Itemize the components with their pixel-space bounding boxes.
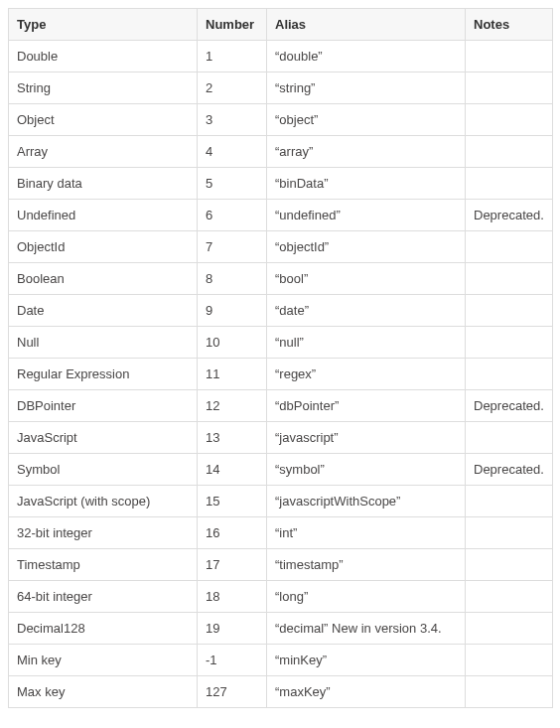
table-row: ObjectId7“objectId” [9, 231, 553, 263]
cell-notes [466, 136, 553, 168]
cell-type: Regular Expression [9, 359, 198, 390]
cell-number: 17 [198, 549, 267, 581]
cell-number: 14 [198, 454, 267, 486]
cell-notes [466, 581, 553, 613]
table-row: 64-bit integer18“long” [9, 581, 553, 613]
cell-type: Boolean [9, 263, 198, 295]
cell-type: Binary data [9, 168, 198, 200]
cell-alias: “symbol” [267, 454, 466, 486]
cell-alias: “objectId” [267, 231, 466, 263]
cell-alias: “object” [267, 104, 466, 136]
cell-number: 10 [198, 327, 267, 359]
cell-type: Array [9, 136, 198, 168]
cell-notes [466, 422, 553, 454]
table-header-row: Type Number Alias Notes [9, 9, 553, 41]
table-row: Undefined6“undefined”Deprecated. [9, 200, 553, 231]
table-row: Symbol14“symbol”Deprecated. [9, 454, 553, 486]
header-type: Type [9, 9, 198, 41]
table-row: Timestamp17“timestamp” [9, 549, 553, 581]
table-row: Date9“date” [9, 295, 553, 327]
cell-notes [466, 613, 553, 645]
cell-alias: “minKey” [267, 645, 466, 676]
cell-alias: “undefined” [267, 200, 466, 231]
cell-notes [466, 676, 553, 708]
cell-notes [466, 168, 553, 200]
table-row: Max key127“maxKey” [9, 676, 553, 708]
cell-notes: Deprecated. [466, 390, 553, 422]
cell-number: 5 [198, 168, 267, 200]
cell-alias: “long” [267, 581, 466, 613]
cell-number: 2 [198, 73, 267, 104]
cell-alias: “date” [267, 295, 466, 327]
cell-type: 64-bit integer [9, 581, 198, 613]
table-row: Null10“null” [9, 327, 553, 359]
table-row: Binary data5“binData” [9, 168, 553, 200]
cell-alias: “maxKey” [267, 676, 466, 708]
cell-type: JavaScript [9, 422, 198, 454]
table-row: Regular Expression11“regex” [9, 359, 553, 390]
header-alias: Alias [267, 9, 466, 41]
table-row: Array4“array” [9, 136, 553, 168]
cell-notes [466, 517, 553, 549]
cell-alias: “bool” [267, 263, 466, 295]
cell-number: 18 [198, 581, 267, 613]
cell-type: Null [9, 327, 198, 359]
table-row: DBPointer12“dbPointer”Deprecated. [9, 390, 553, 422]
table-row: JavaScript (with scope)15“javascriptWith… [9, 486, 553, 517]
cell-number: 12 [198, 390, 267, 422]
cell-number: 15 [198, 486, 267, 517]
cell-type: Min key [9, 645, 198, 676]
cell-type: JavaScript (with scope) [9, 486, 198, 517]
cell-number: 13 [198, 422, 267, 454]
table-row: JavaScript13“javascript” [9, 422, 553, 454]
table-row: Min key-1“minKey” [9, 645, 553, 676]
cell-notes [466, 486, 553, 517]
table-row: Decimal12819“decimal” New in version 3.4… [9, 613, 553, 645]
cell-alias: “javascriptWithScope” [267, 486, 466, 517]
cell-type: DBPointer [9, 390, 198, 422]
cell-type: Date [9, 295, 198, 327]
cell-number: 4 [198, 136, 267, 168]
cell-number: -1 [198, 645, 267, 676]
bson-types-table: Type Number Alias Notes Double1“double”S… [8, 8, 553, 708]
cell-number: 16 [198, 517, 267, 549]
cell-type: String [9, 73, 198, 104]
cell-notes [466, 645, 553, 676]
cell-number: 7 [198, 231, 267, 263]
cell-alias: “int” [267, 517, 466, 549]
cell-number: 19 [198, 613, 267, 645]
cell-notes [466, 295, 553, 327]
cell-notes: Deprecated. [466, 454, 553, 486]
cell-type: Max key [9, 676, 198, 708]
cell-number: 9 [198, 295, 267, 327]
cell-type: Symbol [9, 454, 198, 486]
cell-notes [466, 73, 553, 104]
table-row: Boolean8“bool” [9, 263, 553, 295]
cell-alias: “timestamp” [267, 549, 466, 581]
cell-number: 8 [198, 263, 267, 295]
cell-number: 127 [198, 676, 267, 708]
cell-number: 3 [198, 104, 267, 136]
cell-notes [466, 41, 553, 73]
cell-alias: “array” [267, 136, 466, 168]
cell-number: 11 [198, 359, 267, 390]
table-row: String2“string” [9, 73, 553, 104]
table-body: Double1“double”String2“string”Object3“ob… [9, 41, 553, 708]
cell-alias: “binData” [267, 168, 466, 200]
cell-number: 6 [198, 200, 267, 231]
cell-notes [466, 104, 553, 136]
cell-alias: “javascript” [267, 422, 466, 454]
cell-notes [466, 231, 553, 263]
cell-type: Object [9, 104, 198, 136]
cell-type: Undefined [9, 200, 198, 231]
table-row: 32-bit integer16“int” [9, 517, 553, 549]
cell-alias: “dbPointer” [267, 390, 466, 422]
cell-notes [466, 359, 553, 390]
cell-notes [466, 263, 553, 295]
cell-type: 32-bit integer [9, 517, 198, 549]
table-row: Double1“double” [9, 41, 553, 73]
cell-type: Timestamp [9, 549, 198, 581]
table-row: Object3“object” [9, 104, 553, 136]
cell-alias: “null” [267, 327, 466, 359]
header-notes: Notes [466, 9, 553, 41]
